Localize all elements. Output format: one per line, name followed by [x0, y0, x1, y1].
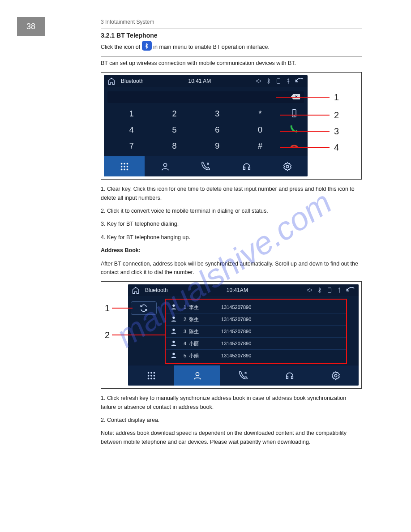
figure-dialpad: Bluetooth 10:41 AM — [101, 72, 362, 180]
callout-line — [280, 147, 330, 148]
section-heading: 3.2.1 BT Telephone — [101, 32, 158, 39]
nav-settings[interactable] — [313, 365, 359, 386]
contact-row[interactable]: 5. 小娟 13145207890 — [166, 350, 346, 361]
svg-point-17 — [172, 329, 175, 331]
svg-point-23 — [147, 375, 149, 377]
contact-row[interactable]: 4. 小丽 13145207890 — [166, 338, 346, 350]
svg-point-5 — [126, 163, 128, 165]
status-title: Bluetooth — [145, 287, 168, 293]
callout-label-1: 1 — [334, 92, 339, 103]
back-icon[interactable] — [295, 78, 304, 84]
key-3[interactable]: 3 — [215, 109, 219, 119]
svg-point-20 — [147, 372, 149, 374]
contact-number: 13145207890 — [221, 341, 251, 346]
key-7[interactable]: 7 — [129, 142, 134, 151]
person-icon — [170, 327, 177, 335]
call-hangup-icon[interactable] — [290, 141, 299, 151]
status-time: 10:41 AM — [188, 78, 211, 84]
battery-icon — [275, 78, 282, 84]
key-hash[interactable]: # — [258, 142, 262, 151]
bluetooth-status-icon — [265, 78, 272, 84]
page-number-badge: 38 — [17, 17, 45, 36]
fig2-legend-2: 2. Contact display area. — [101, 416, 362, 425]
nav-call-log[interactable] — [185, 156, 226, 176]
callout-label-2: 2 — [334, 110, 339, 120]
usb-icon — [336, 287, 342, 293]
status-time: 10:41AM — [227, 287, 248, 293]
svg-point-22 — [153, 372, 155, 374]
divider — [101, 29, 362, 29]
contact-row[interactable]: 1. 李生 13145207890 — [166, 301, 346, 313]
callout-line — [112, 335, 166, 335]
callout-line — [276, 97, 330, 98]
svg-point-13 — [286, 165, 289, 168]
fig1-legend-2: 2. Click it to convert voice to mobile t… — [101, 207, 362, 215]
contact-number: 13145207890 — [221, 317, 251, 322]
page-number: 38 — [26, 22, 35, 31]
nav-contacts[interactable] — [145, 156, 185, 176]
home-icon[interactable] — [107, 77, 116, 85]
status-bar: Bluetooth 10:41 AM — [104, 75, 308, 87]
svg-point-3 — [120, 163, 122, 165]
key-8[interactable]: 8 — [172, 142, 177, 151]
sync-button[interactable] — [131, 301, 157, 315]
key-0[interactable]: 0 — [258, 125, 262, 135]
key-4[interactable]: 4 — [129, 125, 134, 135]
status-bar: Bluetooth 10:41AM — [128, 284, 359, 296]
battery-icon — [326, 287, 333, 293]
svg-point-19 — [172, 353, 175, 355]
key-5[interactable]: 5 — [172, 125, 177, 135]
divider — [101, 56, 362, 56]
contact-number: 13145207890 — [221, 305, 251, 310]
dial-keypad: 1 2 3 * 4 5 6 0 7 8 9 # — [107, 106, 284, 154]
nav-settings[interactable] — [267, 156, 308, 176]
callout-label-3: 3 — [334, 126, 339, 137]
svg-point-27 — [150, 378, 152, 379]
contact-row[interactable]: 2. 张生 13145207890 — [166, 313, 346, 326]
svg-point-16 — [172, 317, 175, 319]
nav-dialpad[interactable] — [104, 156, 145, 176]
call-dial-icon[interactable] — [290, 125, 299, 135]
svg-point-24 — [150, 375, 152, 377]
callout-line — [280, 131, 330, 132]
callout-label-1: 1 — [105, 303, 110, 313]
svg-point-26 — [147, 378, 149, 379]
fig1-legend-4: 4. Key for BT telephone hanging up. — [101, 233, 362, 242]
bottom-nav — [104, 156, 308, 176]
contact-number: 13145207890 — [221, 353, 251, 358]
svg-rect-1 — [292, 109, 296, 117]
fig1-legend-3: 3. Key for BT telephone dialing. — [101, 220, 362, 228]
back-icon[interactable] — [346, 287, 355, 293]
nav-bt-music[interactable] — [226, 156, 267, 176]
svg-point-10 — [124, 168, 125, 170]
bluetooth-status-icon — [317, 287, 323, 293]
svg-point-18 — [172, 341, 175, 343]
address-book-heading: Address Book: — [101, 246, 362, 255]
key-9[interactable]: 9 — [215, 142, 219, 151]
fig2-legend-1: 1. Click refresh key to manually synchro… — [101, 394, 362, 412]
scrollbar[interactable] — [350, 299, 356, 364]
svg-point-25 — [153, 375, 155, 377]
callout-label-2: 2 — [105, 330, 110, 340]
nav-bt-music[interactable] — [266, 365, 313, 386]
key-6[interactable]: 6 — [215, 125, 219, 135]
key-1[interactable]: 1 — [129, 109, 134, 119]
contact-list[interactable]: 1. 李生 13145207890 2. 张生 13145207890 3. 陈… — [165, 299, 347, 364]
svg-point-11 — [126, 168, 128, 170]
contact-row[interactable]: 3. 陈生 13145207890 — [166, 326, 346, 338]
intro-para: BT can set up wireless connection with m… — [101, 59, 362, 68]
key-2[interactable]: 2 — [172, 109, 177, 119]
nav-dialpad[interactable] — [128, 365, 174, 386]
nav-contacts[interactable] — [174, 365, 220, 386]
nav-call-log[interactable] — [220, 365, 266, 386]
person-icon — [170, 303, 177, 311]
home-icon[interactable] — [132, 286, 140, 294]
key-star[interactable]: * — [259, 109, 262, 119]
phone-device-icon[interactable] — [290, 109, 299, 119]
svg-point-15 — [172, 305, 175, 307]
svg-rect-14 — [328, 288, 331, 293]
person-icon — [170, 315, 177, 323]
svg-point-28 — [153, 378, 155, 379]
callout-line — [280, 115, 330, 116]
svg-point-29 — [196, 372, 199, 375]
